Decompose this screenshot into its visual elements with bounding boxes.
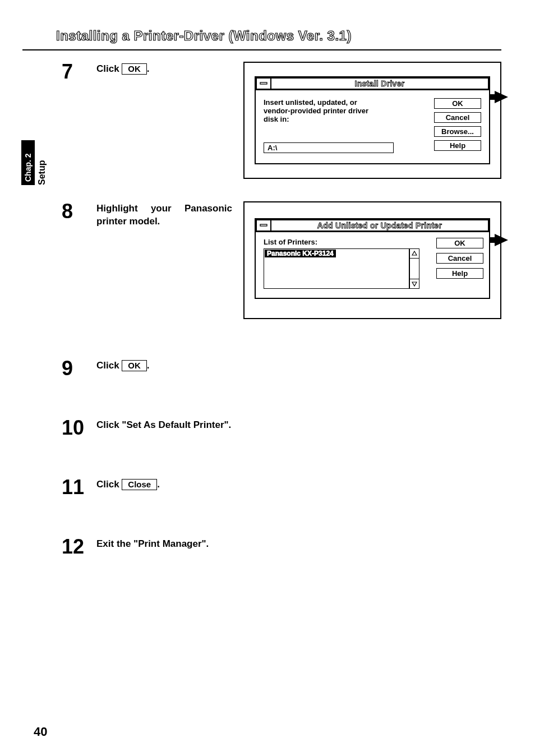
system-menu-icon[interactable] xyxy=(256,77,271,90)
help-button[interactable]: Help xyxy=(436,268,483,279)
step-text-12: Exit the "Print Manager". xyxy=(96,537,245,551)
step11-post: . xyxy=(157,479,160,490)
scroll-up-icon[interactable] xyxy=(409,248,419,259)
list-of-printers-label: List of Printers: xyxy=(264,238,419,246)
step-text-7: Click OK. xyxy=(96,62,232,76)
step-text-8: Highlight your Panasonic printer model. xyxy=(96,201,232,228)
scroll-down-icon[interactable] xyxy=(409,279,419,289)
step-text-9: Click OK. xyxy=(96,358,245,372)
svg-rect-2 xyxy=(260,224,267,226)
svg-marker-5 xyxy=(489,234,508,246)
chapter-tab: Chap. 2 xyxy=(21,140,35,185)
page-title: Installing a Printer-Driver (Windows Ver… xyxy=(56,28,352,44)
step-number-10: 10 xyxy=(62,418,86,438)
browse-button[interactable]: Browse... xyxy=(434,126,481,137)
selected-printer-item[interactable]: Panasonic KX-P3124 xyxy=(265,250,336,257)
svg-marker-1 xyxy=(489,91,508,103)
printers-listbox[interactable]: Panasonic KX-P3124 xyxy=(264,248,409,289)
title-rule xyxy=(22,49,501,50)
step7-pre: Click xyxy=(96,63,122,74)
step9-pre: Click xyxy=(96,360,122,371)
step-number-11: 11 xyxy=(62,477,86,497)
dialog-title-install-driver: Install Driver xyxy=(271,77,489,90)
dialog-title-add-unlisted: Add Unlisted or Updated Printer xyxy=(271,219,489,232)
screenshot-add-unlisted: Add Unlisted or Updated Printer List of … xyxy=(243,201,501,319)
side-tab: Chap. 2 Setup xyxy=(21,140,47,187)
scroll-track[interactable] xyxy=(409,259,419,279)
svg-marker-3 xyxy=(412,251,417,255)
ok-button[interactable]: OK xyxy=(436,238,483,248)
step-number-9: 9 xyxy=(62,358,86,379)
step-number-12: 12 xyxy=(62,537,86,557)
path-input[interactable]: A:\ xyxy=(264,142,394,153)
cancel-button[interactable]: Cancel xyxy=(434,112,481,123)
step-text-11: Click Close. xyxy=(96,477,245,491)
ok-label-inline: OK xyxy=(122,360,147,371)
page-number: 40 xyxy=(34,725,47,739)
svg-marker-4 xyxy=(412,282,417,286)
ok-label-inline: OK xyxy=(122,63,147,75)
step9-post: . xyxy=(147,360,150,371)
help-button[interactable]: Help xyxy=(434,140,481,151)
cancel-button[interactable]: Cancel xyxy=(436,253,483,264)
pointer-arrow-icon xyxy=(489,91,508,103)
step11-pre: Click xyxy=(96,479,122,490)
listbox-scrollbar[interactable] xyxy=(409,248,419,289)
pointer-arrow-icon xyxy=(489,234,508,246)
svg-rect-0 xyxy=(260,82,267,84)
step7-post: . xyxy=(147,63,150,74)
dialog1-message: Insert unlisted, updated, or vendor-prov… xyxy=(264,98,376,123)
screenshot-install-driver: Install Driver Insert unlisted, updated,… xyxy=(243,62,501,179)
step-text-10: Click "Set As Default Printer". xyxy=(96,418,245,432)
step-number-7: 7 xyxy=(62,62,86,82)
install-driver-dialog: Install Driver Insert unlisted, updated,… xyxy=(255,76,490,164)
section-label: Setup xyxy=(37,151,47,185)
step-number-8: 8 xyxy=(62,201,86,222)
close-label-inline: Close xyxy=(122,479,157,490)
system-menu-icon[interactable] xyxy=(256,219,271,232)
add-unlisted-dialog: Add Unlisted or Updated Printer List of … xyxy=(255,218,490,299)
ok-button[interactable]: OK xyxy=(434,98,481,109)
